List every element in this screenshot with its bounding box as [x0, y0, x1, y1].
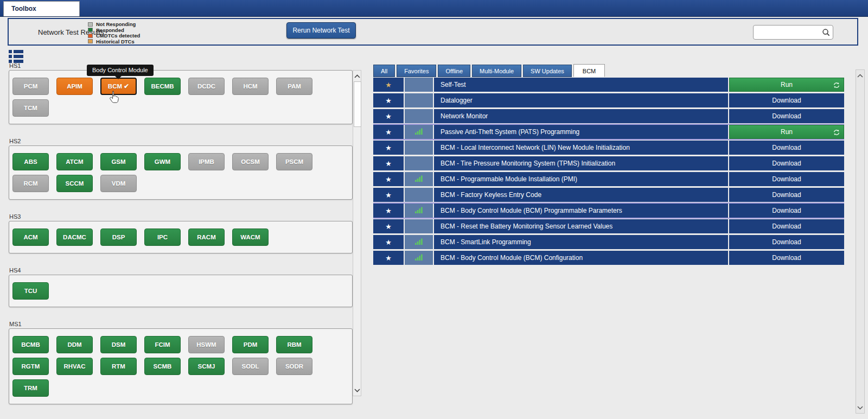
procedure-row[interactable]: ★BCM - Body Control Module (BCM) Program… [373, 204, 844, 218]
favorite-star-icon[interactable]: ★ [385, 160, 392, 167]
search-input[interactable] [754, 26, 820, 39]
module-button-tcu[interactable]: TCU [12, 282, 49, 300]
scroll-up-icon[interactable] [856, 71, 864, 80]
favorite-star-icon[interactable]: ★ [385, 207, 392, 214]
module-button-becmb[interactable]: BECMB [144, 78, 181, 95]
module-button-sccm[interactable]: SCCM [56, 175, 93, 192]
favorite-cell[interactable]: ★ [373, 125, 404, 139]
download-button[interactable]: Download [729, 204, 844, 218]
favorite-cell[interactable]: ★ [373, 235, 404, 249]
favorite-cell[interactable]: ★ [373, 204, 404, 218]
favorite-cell[interactable]: ★ [373, 219, 404, 233]
download-button[interactable]: Download [729, 251, 844, 265]
module-button-scmb[interactable]: SCMB [144, 358, 181, 375]
right-panel-scrollbar[interactable] [856, 69, 865, 414]
procedure-row[interactable]: ★BCM - Local Interconnect Network (LIN) … [373, 141, 844, 155]
tab-favorites[interactable]: Favorites [397, 65, 436, 77]
module-button-dcdc[interactable]: DCDC [188, 78, 225, 95]
module-button-racm[interactable]: RACM [188, 228, 225, 246]
tab-offline[interactable]: Offline [438, 65, 470, 77]
module-button-rcm[interactable]: RCM [12, 175, 49, 192]
module-button-abs[interactable]: ABS [12, 153, 49, 170]
module-button-dsp[interactable]: DSP [100, 228, 137, 246]
favorite-cell[interactable]: ★ [373, 109, 404, 123]
favorite-cell[interactable]: ★ [373, 93, 404, 107]
module-button-ipc[interactable]: IPC [144, 228, 181, 246]
favorite-star-icon[interactable]: ★ [385, 113, 392, 120]
module-button-gwm[interactable]: GWM [144, 153, 181, 170]
module-button-gsm[interactable]: GSM [100, 153, 137, 170]
procedure-row[interactable]: ★Passive Anti-Theft System (PATS) Progra… [373, 125, 844, 139]
tab-sw-updates[interactable]: SW Updates [523, 65, 572, 77]
tab-toolbox[interactable]: Toolbox [3, 1, 80, 16]
module-button-bcmb[interactable]: BCMB [12, 336, 49, 353]
tab-all[interactable]: All [373, 65, 395, 77]
module-button-wacm[interactable]: WACM [232, 228, 269, 246]
favorite-star-icon[interactable]: ★ [385, 239, 392, 246]
refresh-icon[interactable] [833, 129, 840, 137]
favorite-star-icon[interactable]: ★ [385, 144, 392, 151]
module-button-hcm[interactable]: HCM [232, 78, 269, 95]
module-button-pam[interactable]: PAM [276, 78, 312, 95]
download-button[interactable]: Download [729, 156, 844, 170]
module-button-vdm[interactable]: VDM [100, 175, 137, 192]
module-button-trm[interactable]: TRM [12, 379, 49, 397]
scroll-down-icon[interactable] [856, 403, 864, 412]
procedure-row[interactable]: ★Self-TestRun [373, 78, 844, 92]
module-button-ipmb[interactable]: IPMB [188, 153, 225, 170]
favorite-star-icon[interactable]: ★ [385, 192, 392, 199]
favorite-star-icon[interactable]: ★ [385, 176, 392, 183]
module-button-rbm[interactable]: RBM [276, 336, 312, 353]
module-button-sodr[interactable]: SODR [276, 358, 312, 375]
module-button-ocsm[interactable]: OCSM [232, 153, 269, 170]
module-button-rtm[interactable]: RTM [100, 358, 137, 375]
favorite-star-icon[interactable]: ★ [385, 129, 392, 136]
module-button-acm[interactable]: ACM [12, 228, 49, 246]
download-button[interactable]: Download [729, 93, 844, 107]
procedure-row[interactable]: ★DataloggerDownload [373, 93, 844, 107]
scroll-down-icon[interactable] [353, 386, 361, 395]
module-button-pdm[interactable]: PDM [232, 336, 269, 353]
favorite-cell[interactable]: ★ [373, 156, 404, 170]
scroll-up-icon[interactable] [353, 72, 361, 80]
module-button-sodl[interactable]: SODL [232, 358, 269, 375]
rerun-network-test-button[interactable]: Rerun Network Test [286, 22, 356, 39]
module-button-dacmc[interactable]: DACMC [56, 228, 93, 246]
module-button-apim[interactable]: APIM [56, 78, 93, 95]
module-button-hswm[interactable]: HSWM [188, 336, 225, 353]
procedure-row[interactable]: ★BCM - Body Control Module (BCM) Configu… [373, 251, 844, 265]
procedure-row[interactable]: ★Network MonitorDownload [373, 109, 844, 123]
module-button-rgtm[interactable]: RGTM [12, 358, 49, 375]
procedure-row[interactable]: ★BCM - Tire Pressure Monitoring System (… [373, 156, 844, 170]
procedure-row[interactable]: ★BCM - SmartLink ProgrammingDownload [373, 235, 844, 249]
module-button-dsm[interactable]: DSM [100, 336, 137, 353]
download-button[interactable]: Download [729, 188, 844, 202]
favorite-cell[interactable]: ★ [373, 251, 404, 265]
download-button[interactable]: Download [729, 172, 844, 186]
favorite-cell[interactable]: ★ [373, 141, 404, 155]
favorite-cell[interactable]: ★ [373, 172, 404, 186]
favorite-star-icon[interactable]: ★ [385, 81, 392, 88]
tab-bcm[interactable]: BCM [573, 64, 605, 77]
list-view-icon[interactable] [9, 50, 23, 63]
download-button[interactable]: Download [729, 141, 844, 155]
tab-multi-module[interactable]: Multi-Module [472, 65, 521, 77]
module-button-pcm[interactable]: PCM [12, 78, 49, 95]
procedure-row[interactable]: ★BCM - Programmable Module Installation … [373, 172, 844, 186]
scrollbar-thumb[interactable] [354, 81, 361, 127]
procedure-row[interactable]: ★BCM - Factory Keyless Entry CodeDownloa… [373, 188, 844, 202]
favorite-star-icon[interactable]: ★ [385, 255, 392, 262]
favorite-cell[interactable]: ★ [373, 78, 404, 92]
download-button[interactable]: Download [729, 109, 844, 123]
module-button-rhvac[interactable]: RHVAC [56, 358, 93, 375]
module-button-scmj[interactable]: SCMJ [188, 358, 225, 375]
module-button-fcim[interactable]: FCIM [144, 336, 181, 353]
search-icon[interactable] [820, 28, 833, 37]
download-button[interactable]: Download [729, 219, 844, 233]
module-button-tcm[interactable]: TCM [12, 99, 49, 117]
module-button-atcm[interactable]: ATCM [56, 153, 93, 170]
procedure-row[interactable]: ★BCM - Reset the Battery Monitoring Sens… [373, 219, 844, 233]
run-button[interactable]: Run [729, 78, 844, 92]
favorite-star-icon[interactable]: ★ [385, 223, 392, 230]
module-button-ddm[interactable]: DDM [56, 336, 93, 353]
